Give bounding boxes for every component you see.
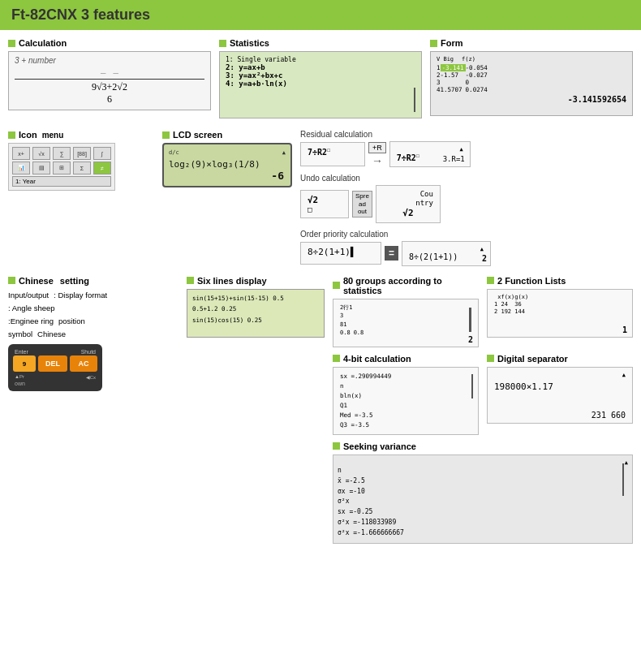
lcd-label: LCD screen xyxy=(162,130,292,140)
spread-button[interactable]: Spre ad out xyxy=(352,191,372,218)
green-square-icon xyxy=(8,277,15,284)
key-labels-row: Enter Shutd xyxy=(13,349,97,355)
chinese-item-3: :Enginee ring position xyxy=(8,315,179,328)
undo-mid: Spre ad out xyxy=(352,191,372,218)
residual-output-box: ▲ 7÷R2☐ 3.R=1 xyxy=(389,141,471,167)
seeking-variance-panel: Seeking variance ▲ n x̄ =-2.5 σx =-10 σ²… xyxy=(333,442,633,544)
cursor-bar xyxy=(414,88,415,112)
chinese-panel: Chinese setting Input/output : Display f… xyxy=(8,276,179,392)
undo-output: √2 xyxy=(383,208,433,218)
order-input-box: 8÷2(1+1)▌ xyxy=(300,242,381,265)
undo-section: Undo calculation √2 □ Spre ad out xyxy=(300,174,633,223)
key-ac[interactable]: AC xyxy=(70,355,97,372)
plus-r-button[interactable]: +R xyxy=(368,142,386,153)
six-lines-panel: Six lines display sin(15+15)+sin(15-15) … xyxy=(187,276,325,338)
icon-menu-box: x+ √x ∑ [88] ∫ 📊 ▤ ⊞ Σ ≠ 1: Year xyxy=(8,143,115,191)
stat-line4: 4: y=a+b·ln(x) xyxy=(226,80,415,88)
icon-cell-6[interactable]: 📊 xyxy=(12,162,30,174)
undo-input-box: √2 □ xyxy=(300,190,349,218)
green-square-icon xyxy=(162,131,170,139)
calculation-label: Calculation xyxy=(8,38,211,48)
key-9[interactable]: 9 xyxy=(13,355,36,372)
key-del[interactable]: DEL xyxy=(38,355,67,372)
green-square-icon xyxy=(487,277,494,284)
green-square-icon xyxy=(219,40,226,47)
undo-input: √2 xyxy=(308,195,318,205)
six-line-3: sin(15)cos(15) 0.25 xyxy=(192,315,319,326)
icon-panel: Icon menu x+ √x ∑ [88] ∫ 📊 ▤ ⊞ Σ ≠ xyxy=(8,130,154,191)
green-square-icon xyxy=(187,277,194,284)
eighty-groups-panel: 80 groups according to statistics 2行1 3 … xyxy=(333,276,479,347)
lcd-panel: LCD screen d/c ▲ log₂(9)×log₃(1/8) -6 xyxy=(162,130,292,187)
country-label: Country xyxy=(383,190,433,208)
icon-cell-1[interactable]: x+ xyxy=(12,147,30,160)
icon-cell-4[interactable]: [88] xyxy=(73,147,91,160)
six-line-1: sin(15+15)+sin(15-15) 0.5 xyxy=(192,293,319,304)
page-header: Ft-82CNX 3 features xyxy=(0,0,641,30)
calculator-keyboard: Enter Shutd 9 DEL AC ▲Pr ◀Cx own xyxy=(8,344,102,391)
undo-demo: √2 □ Spre ad out Country √2 xyxy=(300,185,633,223)
chinese-setting-box: Input/output : Display format : Angle sh… xyxy=(8,289,179,342)
undo-output-box: Country √2 xyxy=(376,185,441,223)
two-function-panel: 2 Function Lists xf(x)g(x) 12436 2192144… xyxy=(487,276,633,347)
icon-row-2: 📊 ▤ ⊞ Σ ≠ xyxy=(12,162,111,174)
seeking-content: n x̄ =-2.5 σx =-10 σ²x sx =-0.25 σ²x =-1… xyxy=(338,466,628,539)
chinese-label: Chinese setting xyxy=(8,276,179,286)
order-input: 8÷2(1+1)▌ xyxy=(308,247,356,257)
equals-button[interactable]: = xyxy=(385,246,398,261)
key-bottom-row-2: own xyxy=(13,381,97,386)
groups-content: 2行1 3 81 0.8 0.8 xyxy=(340,304,471,338)
eighty-groups-label: 80 groups according to statistics xyxy=(333,276,479,295)
lcd-result: -6 xyxy=(271,170,284,182)
icon-year-label: 1: Year xyxy=(12,176,111,187)
calculator-main-row: 9 DEL AC xyxy=(13,355,97,372)
mid-section: Icon menu x+ √x ∑ [88] ∫ 📊 ▤ ⊞ Σ ≠ xyxy=(8,130,633,266)
icon-cell-3[interactable]: ∑ xyxy=(53,147,71,160)
residual-demo: 7÷R2☐ +R → ▲ 7÷R2☐ 3.R=1 xyxy=(300,141,633,167)
icon-cell-8[interactable]: ⊞ xyxy=(53,162,71,174)
six-line-2: 0.5+1.2 0.25 xyxy=(192,304,319,315)
icon-cell-7[interactable]: ▤ xyxy=(32,162,50,174)
cursor-bar xyxy=(622,463,624,496)
page-title: Ft-82CNX 3 features xyxy=(11,6,150,23)
icon-cell-2[interactable]: √x xyxy=(32,147,50,160)
four-bit-content: sx =.290994449 n bln(x) Q1 Med =-3.5 Q3 … xyxy=(340,372,471,430)
calc-digital-row: 4-bit calculation sx =.290994449 n bln(x… xyxy=(333,354,633,435)
stat-line1: 1: Single variable xyxy=(226,56,415,63)
undo-label: Undo calculation xyxy=(300,174,633,183)
residual-input-box: 7÷R2☐ xyxy=(300,142,365,166)
icon-cell-9[interactable]: Σ xyxy=(73,162,91,174)
statistics-screen: 1: Single variable 2: y=ax+b 3: y=ax²+bx… xyxy=(219,51,422,118)
calc-formula: ─ ─ 9√3+2√2 6 xyxy=(15,68,204,106)
chinese-item-4: symbol Chinese xyxy=(8,328,179,341)
lcd-expression: log₂(9)×log₃(1/8) xyxy=(169,159,286,170)
four-bit-label: 4-bit calculation xyxy=(333,354,479,364)
lcd-screen: d/c ▲ log₂(9)×log₃(1/8) -6 xyxy=(162,143,292,187)
stat-line2: 2: y=ax+b xyxy=(226,63,415,71)
icon-cell-10[interactable]: ≠ xyxy=(93,162,111,174)
statistics-label: Statistics xyxy=(219,38,422,48)
digital-separator-label: Digital separator xyxy=(487,354,633,364)
chinese-item-2: : Angle sheep xyxy=(8,302,179,315)
calc-line1: 3 + number xyxy=(15,56,204,65)
icon-cell-5[interactable]: ∫ xyxy=(93,147,111,160)
calculation-panel: Calculation 3 + number ─ ─ 9√3+2√2 6 xyxy=(8,38,211,110)
calculation-screen: 3 + number ─ ─ 9√3+2√2 6 xyxy=(8,51,211,110)
order-output-box: ▲ 8÷(2(1+1)) 2 xyxy=(402,241,491,266)
digital-line1: 198000×1.17 xyxy=(494,381,626,392)
icon-label: Icon menu xyxy=(8,130,154,140)
form-content: V Big f(z) 1-3.141-0.054 2-1.57-0.027 30… xyxy=(437,56,626,104)
far-right-panel: 80 groups according to statistics 2行1 3 … xyxy=(333,276,633,544)
order-output: 8÷(2(1+1)) xyxy=(409,252,484,261)
two-function-label: 2 Function Lists xyxy=(487,276,633,286)
function-content: xf(x)g(x) 12436 2192144 xyxy=(494,294,626,316)
enter-label: Enter xyxy=(15,349,28,355)
residual-arrow: +R → xyxy=(368,142,386,167)
statistics-panel: Statistics 1: Single variable 2: y=ax+b … xyxy=(219,38,422,118)
digital-line2: 231 660 xyxy=(592,411,626,420)
residual-result: 3.R=1 xyxy=(443,155,465,163)
icon-row-1: x+ √x ∑ [88] ∫ xyxy=(12,147,111,160)
top-section: Calculation 3 + number ─ ─ 9√3+2√2 6 Sta… xyxy=(8,38,633,118)
form-table: 1-3.141-0.054 2-1.57-0.027 30 41.57070.0… xyxy=(437,64,488,93)
order-result: 2 xyxy=(482,254,487,263)
